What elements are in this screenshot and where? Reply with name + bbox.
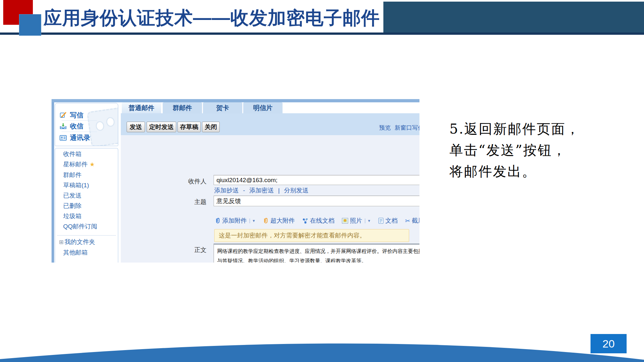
- screenshot-item[interactable]: ✂ 截屏: [405, 217, 419, 225]
- instruction-line: 单击“发送”按钮，: [449, 140, 623, 161]
- divider: [57, 235, 116, 236]
- attachment-dropdown-icon[interactable]: ▼: [252, 219, 255, 223]
- tab-postcard[interactable]: 明信片: [243, 102, 283, 113]
- mail-compose-window: 写信 收信: [52, 99, 419, 263]
- subject-label: 主题: [185, 198, 207, 206]
- compose-toolbar: 发送 定时发送 存草稿 关闭 预览 新窗口写信: [121, 113, 419, 135]
- contacts-card-icon: [60, 134, 67, 141]
- slide-canvas: 应用身份认证技术——收发加密电子邮件 写信: [0, 0, 644, 362]
- large-attachment-item[interactable]: 超大附件: [263, 217, 295, 225]
- star-icon: ★: [90, 161, 95, 168]
- folder-my-folders[interactable]: ⊞我的文件夹: [59, 238, 95, 246]
- close-button[interactable]: 关闭: [202, 122, 220, 132]
- add-bcc-link[interactable]: 添加密送: [249, 187, 274, 194]
- divider: [62, 120, 97, 121]
- decor-blue-square: [19, 14, 41, 36]
- compose-form: 收件人 添加抄送 - 添加密送 | 分别发送 主题 意见反馈 ▼: [121, 135, 419, 263]
- encrypted-mail-notice: 这是一封加密邮件，对方需要解密才能查看邮件内容。: [214, 229, 409, 242]
- sidebar-actions-panel: 写信 收信: [55, 103, 118, 146]
- folder-qq-subscriptions[interactable]: QQ邮件订阅: [63, 222, 97, 231]
- document-item[interactable]: 文档: [378, 217, 398, 225]
- page-number-badge: 20: [591, 334, 627, 353]
- to-label: 收件人: [185, 177, 207, 186]
- photo-item[interactable]: 照片 | ▼: [342, 217, 371, 225]
- sidebar-folders-panel: 收件箱 星标邮件★ 群邮件 草稿箱(1) 已发送 已删除 垃圾箱 QQ邮件订阅 …: [55, 148, 118, 263]
- recipient-input[interactable]: [214, 175, 419, 185]
- document-icon: [378, 218, 384, 224]
- tab-normal-mail[interactable]: 普通邮件: [122, 102, 161, 113]
- folder-starred[interactable]: 星标邮件★: [63, 160, 95, 169]
- body-editor[interactable]: 网络课程的教学应定期检查教学进度、应用情况，并开展网络课程评价。评价内容主要包括…: [214, 244, 419, 263]
- online-doc-icon: [302, 218, 308, 224]
- photo-dropdown-icon[interactable]: ▼: [367, 219, 371, 223]
- folder-deleted[interactable]: 已删除: [63, 202, 82, 210]
- preview-link[interactable]: 预览: [379, 124, 391, 132]
- expand-icon[interactable]: ⊞: [59, 239, 63, 245]
- subject-input[interactable]: 意见反馈 ▼: [214, 196, 419, 206]
- receive-mail-icon: [60, 123, 67, 130]
- tab-group-mail[interactable]: 群邮件: [163, 102, 202, 113]
- mail-window-left-border: [52, 102, 54, 263]
- folder-sent[interactable]: 已发送: [63, 191, 82, 200]
- folder-other-accounts[interactable]: 其他邮箱: [63, 248, 88, 257]
- divider: [62, 132, 97, 132]
- sidebar-item-receive[interactable]: 收信: [60, 121, 108, 131]
- new-window-compose-link[interactable]: 新窗口写信: [395, 124, 419, 132]
- folder-inbox[interactable]: 收件箱: [63, 150, 82, 158]
- cc-links-row: 添加抄送 - 添加密送 | 分别发送: [214, 187, 308, 194]
- save-draft-button[interactable]: 存草稿: [178, 122, 201, 132]
- add-cc-link[interactable]: 添加抄送: [214, 187, 239, 194]
- paperclip-orange-icon: [263, 218, 269, 224]
- sidebar-item-compose[interactable]: 写信: [60, 110, 108, 120]
- mail-window-top-border: [52, 99, 419, 102]
- photo-icon: [342, 218, 348, 224]
- header-navy-block: [383, 2, 644, 32]
- add-attachment-item[interactable]: 添加附件 | ▼: [215, 217, 255, 225]
- send-button[interactable]: 发送: [127, 122, 145, 132]
- attachment-toolbar: 添加附件 | ▼ 超大附件 在: [215, 215, 419, 227]
- paperclip-icon: [215, 218, 221, 224]
- tab-greeting-card[interactable]: 贺卡: [203, 102, 242, 113]
- folder-drafts[interactable]: 草稿箱(1): [63, 181, 89, 190]
- send-separately-link[interactable]: 分别发送: [284, 187, 308, 194]
- instruction-line: 将邮件发出。: [449, 161, 623, 182]
- instruction-line: 5.返回新邮件页面，: [449, 118, 623, 140]
- folder-group-mail[interactable]: 群邮件: [63, 171, 82, 179]
- sidebar-item-contacts[interactable]: 通讯录: [60, 133, 108, 143]
- compose-pencil-icon: [60, 112, 67, 119]
- header-rule: [0, 32, 644, 35]
- online-doc-item[interactable]: 在线文档: [302, 217, 334, 225]
- scheduled-send-button[interactable]: 定时发送: [147, 122, 176, 132]
- folder-junk[interactable]: 垃圾箱: [63, 212, 82, 220]
- body-label: 正文: [185, 246, 207, 254]
- scissors-icon: ✂: [405, 217, 410, 225]
- slide-title: 应用身份认证技术——收发加密电子邮件: [43, 3, 398, 32]
- compose-tabbar: 普通邮件 群邮件 贺卡 明信片: [121, 102, 419, 113]
- instruction-text: 5.返回新邮件页面， 单击“发送”按钮， 将邮件发出。: [449, 118, 623, 182]
